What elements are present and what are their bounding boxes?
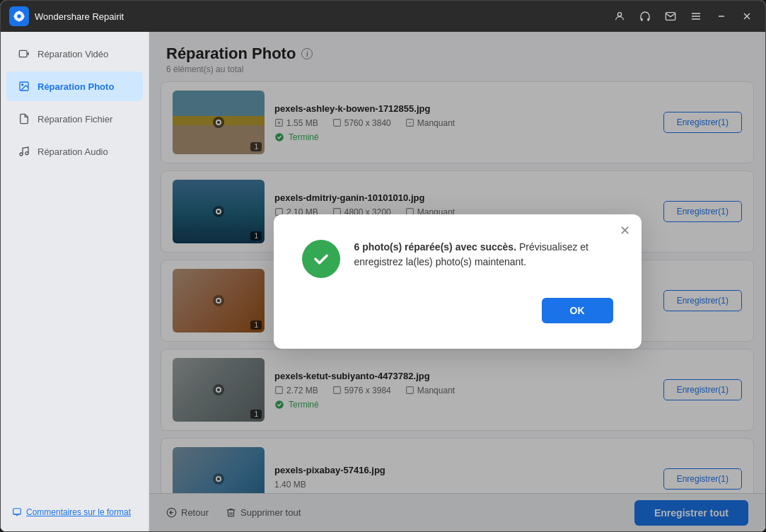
sidebar-item-photo-label: Réparation Photo	[37, 81, 114, 92]
audio-icon	[18, 145, 30, 158]
modal-message-bold: 6 photo(s) réparée(s) avec succès.	[354, 241, 517, 253]
title-bar-controls	[610, 6, 757, 26]
headset-icon[interactable]	[635, 6, 655, 26]
main-area: Réparation Vidéo Réparation Photo Répara…	[1, 32, 765, 531]
modal-close-button[interactable]: ✕	[620, 224, 630, 237]
sidebar: Réparation Vidéo Réparation Photo Répara…	[1, 32, 149, 531]
sidebar-item-audio[interactable]: Réparation Audio	[6, 137, 143, 166]
modal-body: 6 photo(s) réparée(s) avec succès. Prévi…	[302, 240, 613, 278]
feedback-link-text: Commentaires sur le format	[26, 507, 131, 517]
sidebar-item-fichier[interactable]: Réparation Fichier	[6, 104, 143, 134]
fichier-icon	[18, 112, 30, 125]
sidebar-item-video-label: Réparation Vidéo	[37, 49, 108, 59]
svg-point-16	[25, 152, 28, 155]
content-area: Réparation Photo i 6 élément(s) au total…	[149, 32, 765, 531]
video-icon	[18, 47, 30, 60]
svg-rect-11	[19, 50, 27, 57]
sidebar-footer: Commentaires sur le format	[1, 499, 149, 526]
success-icon	[302, 240, 340, 278]
user-icon[interactable]	[610, 6, 629, 26]
menu-icon[interactable]	[686, 6, 706, 26]
title-bar: Wondershare Repairit	[1, 1, 765, 32]
sidebar-item-fichier-label: Réparation Fichier	[37, 114, 112, 125]
photo-icon	[18, 80, 30, 93]
svg-rect-3	[647, 18, 649, 21]
svg-point-15	[20, 153, 23, 156]
svg-point-14	[22, 84, 23, 86]
modal-message: 6 photo(s) réparée(s) avec succès. Prévi…	[354, 240, 613, 270]
app-logo	[9, 6, 29, 26]
modal-footer: OK	[302, 298, 613, 323]
ok-button[interactable]: OK	[542, 298, 613, 323]
sidebar-item-video[interactable]: Réparation Vidéo	[6, 39, 143, 69]
sidebar-item-audio-label: Réparation Audio	[37, 146, 108, 157]
success-modal: ✕ 6 photo(s) réparée(s) avec succès. Pré…	[274, 214, 642, 349]
svg-point-1	[617, 13, 621, 16]
svg-rect-17	[13, 509, 21, 514]
feedback-link[interactable]: Commentaires sur le format	[12, 507, 137, 517]
app-window: Wondershare Repairit	[0, 0, 766, 532]
minimize-button[interactable]	[712, 6, 731, 26]
app-name: Wondershare Repairit	[35, 11, 610, 22]
svg-rect-2	[641, 18, 643, 21]
modal-overlay: ✕ 6 photo(s) réparée(s) avec succès. Pré…	[149, 32, 765, 531]
close-button[interactable]	[737, 6, 757, 26]
sidebar-item-photo[interactable]: Réparation Photo	[6, 71, 143, 101]
mail-icon[interactable]	[661, 6, 680, 26]
